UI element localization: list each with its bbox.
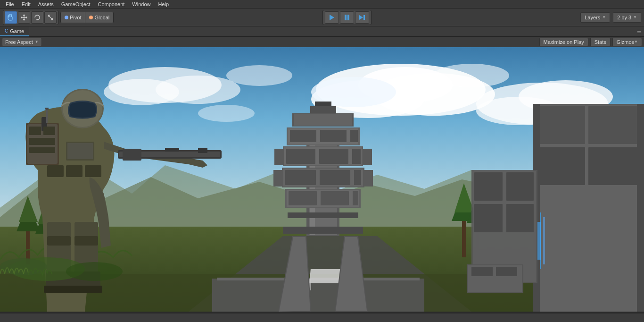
toolbar: Pivot Global Layers ▼ 2 by 3 ▼ <box>0 8 644 26</box>
play-controls <box>322 10 372 25</box>
svg-rect-58 <box>320 170 350 185</box>
tab-bar: C Game ☰ <box>0 26 644 37</box>
game-tab[interactable]: C Game <box>0 26 29 36</box>
svg-rect-48 <box>288 212 358 218</box>
game-viewport <box>0 47 644 312</box>
menu-window[interactable]: Window <box>128 1 154 8</box>
svg-rect-73 <box>350 130 358 142</box>
pivot-btn[interactable]: Pivot <box>61 12 85 23</box>
svg-rect-97 <box>471 267 493 276</box>
svg-rect-112 <box>123 149 141 161</box>
svg-point-19 <box>198 105 255 122</box>
svg-rect-82 <box>536 147 585 185</box>
gizmos-label: Gizmos <box>617 39 634 45</box>
svg-rect-91 <box>506 172 534 201</box>
svg-rect-90 <box>474 172 503 201</box>
svg-rect-114 <box>198 148 207 153</box>
pivot-dot-icon <box>65 16 68 19</box>
game-tab-icon: C <box>5 28 8 34</box>
scale-tool-btn[interactable] <box>44 11 57 24</box>
svg-rect-71 <box>290 130 316 142</box>
resize-handle[interactable] <box>0 312 644 314</box>
gizmos-btn[interactable]: Gizmos ▼ <box>612 38 642 46</box>
svg-rect-119 <box>85 165 101 177</box>
menu-file[interactable]: File <box>2 1 18 8</box>
svg-rect-36 <box>212 279 424 312</box>
layout-arrow-icon: ▼ <box>633 15 637 19</box>
svg-rect-126 <box>44 286 74 293</box>
svg-point-17 <box>226 65 292 86</box>
scene-svg <box>0 47 644 312</box>
svg-marker-3 <box>359 15 363 20</box>
svg-rect-75 <box>294 114 352 126</box>
svg-rect-107 <box>45 108 49 110</box>
svg-rect-72 <box>320 130 347 142</box>
svg-rect-2 <box>347 15 349 20</box>
layout-dropdown[interactable]: 2 by 3 ▼ <box>613 12 641 23</box>
aspect-arrow-icon: ▼ <box>35 40 39 44</box>
aspect-dropdown[interactable]: Free Aspect ▼ <box>2 38 42 46</box>
game-toolbar: Free Aspect ▼ Maximize on Play Stats Giz… <box>0 37 644 47</box>
svg-rect-83 <box>588 147 638 185</box>
svg-rect-122 <box>47 236 71 246</box>
svg-rect-104 <box>29 138 55 145</box>
game-toolbar-right: Maximize on Play Stats Gizmos ▼ <box>539 38 642 46</box>
step-btn[interactable] <box>355 11 369 24</box>
svg-rect-116 <box>67 143 93 159</box>
svg-rect-92 <box>474 204 503 232</box>
svg-rect-102 <box>29 127 41 135</box>
svg-rect-57 <box>285 170 316 185</box>
move-tool-btn[interactable] <box>18 11 30 24</box>
layers-arrow-icon: ▼ <box>602 15 606 19</box>
svg-rect-85 <box>543 217 545 264</box>
svg-rect-87 <box>637 104 644 312</box>
svg-rect-80 <box>536 106 585 144</box>
maximize-on-play-btn[interactable]: Maximize on Play <box>539 38 588 46</box>
pause-btn[interactable] <box>340 11 354 24</box>
svg-rect-98 <box>496 267 517 276</box>
svg-rect-31 <box>462 215 466 257</box>
layout-label: 2 by 3 <box>617 15 631 20</box>
svg-rect-59 <box>354 170 361 185</box>
svg-rect-113 <box>165 148 179 152</box>
stats-label: Stats <box>594 39 606 45</box>
right-controls: Layers ▼ 2 by 3 ▼ <box>580 12 641 23</box>
menu-gameobject[interactable]: GameObject <box>58 1 94 8</box>
menu-component[interactable]: Component <box>94 1 128 8</box>
stats-btn[interactable]: Stats <box>590 38 611 46</box>
svg-rect-68 <box>363 149 372 165</box>
menu-bar: File Edit Assets GameObject Component Wi… <box>0 0 644 8</box>
svg-rect-106 <box>46 109 48 123</box>
svg-rect-123 <box>74 236 98 246</box>
pivot-label: Pivot <box>70 15 81 20</box>
menu-assets[interactable]: Assets <box>34 1 58 8</box>
hand-tool-btn[interactable] <box>5 11 17 24</box>
global-btn[interactable]: Global <box>85 12 113 23</box>
svg-rect-93 <box>506 204 534 232</box>
svg-rect-118 <box>66 165 83 177</box>
svg-rect-66 <box>352 149 361 164</box>
play-btn[interactable] <box>325 11 339 24</box>
svg-rect-94 <box>537 222 541 260</box>
svg-rect-4 <box>363 15 365 20</box>
svg-rect-52 <box>289 191 317 205</box>
svg-rect-103 <box>43 127 55 135</box>
svg-marker-0 <box>330 15 334 20</box>
svg-rect-67 <box>274 149 284 165</box>
svg-rect-64 <box>286 149 315 164</box>
svg-point-18 <box>434 64 509 87</box>
menu-help[interactable]: Help <box>154 1 173 8</box>
rotate-tool-btn[interactable] <box>31 11 43 24</box>
svg-rect-53 <box>321 191 349 205</box>
panel-menu-icon[interactable]: ☰ <box>637 29 641 34</box>
svg-point-129 <box>66 262 123 281</box>
svg-rect-47 <box>283 227 363 234</box>
layers-dropdown[interactable]: Layers ▼ <box>580 12 610 23</box>
svg-rect-77 <box>315 102 331 106</box>
svg-rect-61 <box>363 170 373 186</box>
svg-rect-60 <box>273 170 283 186</box>
game-tab-label: Game <box>10 28 24 34</box>
transform-tools <box>3 10 58 25</box>
global-label: Global <box>94 15 109 20</box>
menu-edit[interactable]: Edit <box>18 1 34 8</box>
